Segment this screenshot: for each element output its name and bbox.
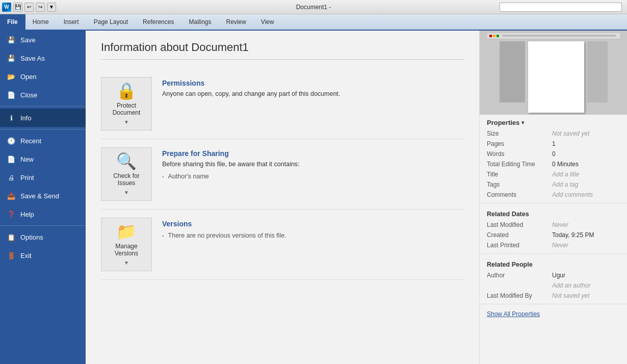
prop-label-created: Created	[487, 231, 548, 239]
prop-row-size: Size Not saved yet	[480, 128, 627, 139]
check-issues-button[interactable]: 🔍 Check forIssues ▼	[101, 147, 152, 201]
exit-icon: 🚪	[6, 250, 16, 261]
sidebar-item-help[interactable]: ❓ Help	[0, 205, 86, 223]
close-doc-icon: 📄	[6, 90, 16, 100]
prepare-list-item-1: Author's name	[162, 172, 464, 181]
versions-list: There are no previous versions of this f…	[162, 231, 464, 240]
send-icon: 📤	[6, 191, 16, 201]
prop-label-title: Title	[487, 171, 548, 178]
sidebar-item-close[interactable]: 📄 Close	[0, 86, 86, 104]
prepare-list: Author's name	[162, 172, 464, 181]
save-icon: 💾	[6, 35, 16, 45]
prop-row-last-modified-by: Last Modified By Not saved yet	[480, 291, 627, 301]
prop-row-title[interactable]: Title Add a title	[480, 169, 627, 179]
sidebar-item-info[interactable]: ℹ Info	[0, 109, 86, 127]
undo-btn[interactable]: ↩	[24, 3, 34, 12]
check-icon: 🔍	[116, 153, 137, 169]
print-icon: 🖨	[6, 172, 16, 183]
sidebar-divider-3	[0, 225, 86, 226]
prop-value-title[interactable]: Add a title	[552, 171, 620, 178]
options-icon: 📋	[6, 232, 16, 242]
versions-dropdown-arrow: ▼	[124, 260, 129, 266]
customize-btn[interactable]: ▼	[47, 3, 56, 12]
prop-value-tags[interactable]: Add a tag	[552, 181, 620, 188]
versions-list-item-1: There are no previous versions of this f…	[162, 231, 464, 240]
prop-value-add-author[interactable]: Add an author	[552, 282, 620, 289]
content-area: Information about Document1 🔒 ProtectDoc…	[86, 31, 479, 364]
prop-label-last-printed: Last Printed	[487, 242, 548, 249]
properties-title[interactable]: Properties ▾	[480, 115, 627, 128]
sidebar: 💾 Save 💾 Save As 📂 Open 📄 Close ℹ Info 🕐…	[0, 31, 86, 364]
tab-file[interactable]: File	[0, 14, 25, 30]
sidebar-divider-2	[0, 129, 86, 129]
versions-section: 📁 ManageVersions ▼ Versions There are no…	[101, 210, 464, 280]
permissions-section: 🔒 ProtectDocument ▼ Permissions Anyone c…	[101, 69, 464, 139]
permissions-content: Permissions Anyone can open, copy, and c…	[162, 77, 464, 101]
title-bar-controls: W 💾 ↩ ↪ ▼	[2, 3, 56, 12]
sidebar-item-print[interactable]: 🖨 Print	[0, 168, 86, 187]
prop-value-editing-time: 0 Minutes	[552, 161, 620, 168]
prop-value-created: Today, 9:25 PM	[552, 231, 620, 239]
sidebar-divider-1	[0, 106, 86, 107]
permissions-description: Anyone can open, copy, and change any pa…	[162, 90, 464, 97]
tab-insert[interactable]: Insert	[57, 14, 87, 30]
new-icon: 📄	[6, 154, 16, 164]
prop-value-pages: 1	[552, 140, 620, 147]
tab-review[interactable]: Review	[219, 14, 253, 30]
tab-references[interactable]: References	[136, 14, 181, 30]
page-title: Information about Document1	[101, 41, 464, 60]
props-divider-1	[480, 203, 627, 203]
tab-view[interactable]: View	[254, 14, 282, 30]
info-icon: ℹ	[6, 113, 16, 123]
prop-row-tags[interactable]: Tags Add a tag	[480, 179, 627, 190]
prop-label-size: Size	[487, 130, 548, 137]
document-preview	[480, 31, 627, 115]
prop-row-author: Author Ugur	[480, 270, 627, 280]
prop-label-words: Words	[487, 150, 548, 158]
prop-row-comments[interactable]: Comments Add comments	[480, 190, 627, 200]
prop-label-editing-time: Total Editing Time	[487, 161, 548, 168]
prop-value-size: Not saved yet	[552, 130, 620, 137]
sidebar-item-open[interactable]: 📂 Open	[0, 67, 86, 86]
properties-dropdown-icon: ▾	[521, 120, 524, 125]
versions-content: Versions There are no previous versions …	[162, 218, 464, 240]
word-icon: W	[2, 3, 11, 12]
sidebar-item-options[interactable]: 📋 Options	[0, 228, 86, 246]
sidebar-item-new[interactable]: 📄 New	[0, 150, 86, 168]
sidebar-item-save-as[interactable]: 💾 Save As	[0, 49, 86, 67]
prop-label-author: Author	[487, 272, 548, 279]
save-as-icon: 💾	[6, 53, 16, 63]
props-divider-3	[480, 304, 627, 304]
redo-btn[interactable]: ↪	[36, 3, 45, 12]
sidebar-item-save[interactable]: 💾 Save	[0, 31, 86, 49]
sidebar-item-exit[interactable]: 🚪 Exit	[0, 246, 86, 265]
tab-mailings[interactable]: Mailings	[181, 14, 219, 30]
prop-label-last-modified-by: Last Modified By	[487, 292, 548, 299]
prop-value-last-modified-by: Not saved yet	[552, 292, 620, 299]
manage-versions-label: ManageVersions	[115, 243, 138, 257]
show-all-properties-link[interactable]: Show All Properties	[480, 307, 627, 321]
versions-heading: Versions	[162, 220, 464, 228]
prepare-description: Before sharing this file, be aware that …	[162, 161, 464, 168]
protect-document-button[interactable]: 🔒 ProtectDocument ▼	[101, 77, 152, 131]
manage-versions-button[interactable]: 📁 ManageVersions ▼	[101, 218, 152, 271]
save-quick-btn[interactable]: 💾	[13, 3, 22, 12]
prop-row-words: Words 0	[480, 149, 627, 159]
prop-row-last-printed: Last Printed Never	[480, 240, 627, 250]
prop-row-add-author[interactable]: Add an author	[480, 280, 627, 291]
title-bar: W 💾 ↩ ↪ ▼ Document1 -	[0, 0, 627, 14]
sidebar-item-recent[interactable]: 🕐 Recent	[0, 132, 86, 150]
main-layout: 💾 Save 💾 Save As 📂 Open 📄 Close ℹ Info 🕐…	[0, 31, 627, 364]
prepare-section: 🔍 Check forIssues ▼ Prepare for Sharing …	[101, 139, 464, 210]
sidebar-item-save-send[interactable]: 📤 Save & Send	[0, 187, 86, 205]
tab-home[interactable]: Home	[25, 14, 57, 30]
open-icon: 📂	[6, 71, 16, 82]
prop-row-editing-time: Total Editing Time 0 Minutes	[480, 159, 627, 169]
title-search-box[interactable]	[500, 3, 622, 12]
related-people-heading: Related People	[480, 257, 627, 270]
protect-document-label: ProtectDocument	[113, 102, 141, 116]
title-bar-text: Document1 -	[296, 4, 331, 11]
prop-value-comments[interactable]: Add comments	[552, 191, 620, 198]
permissions-heading: Permissions	[162, 79, 464, 87]
tab-page-layout[interactable]: Page Layout	[87, 14, 136, 30]
